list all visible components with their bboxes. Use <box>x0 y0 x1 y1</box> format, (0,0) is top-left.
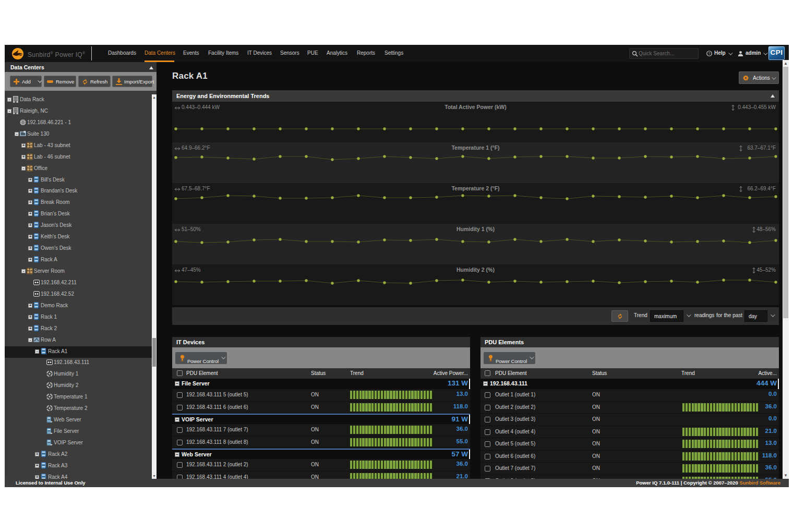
svg-text:?: ? <box>708 51 711 56</box>
